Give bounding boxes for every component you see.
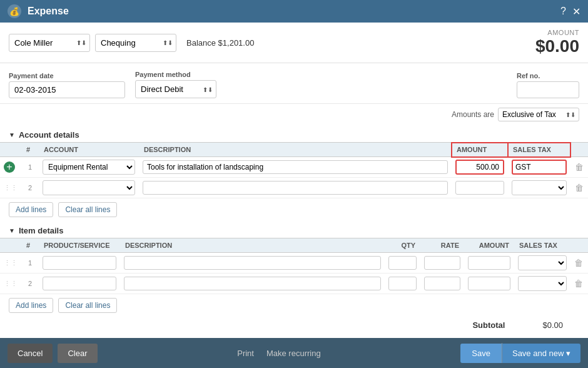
account-row1-trash: 🗑	[570, 157, 588, 178]
item-row1-rate	[420, 253, 464, 273]
account-row1-amount-input[interactable]	[455, 160, 504, 175]
footer: Cancel Clear Print Make recurring Save S…	[0, 338, 588, 368]
account-details-header[interactable]: ▼ Account details	[0, 125, 588, 142]
account-row2-sales-tax	[508, 178, 570, 198]
account-row1-num: 1	[21, 157, 39, 178]
item-row1-amount-input[interactable]	[468, 256, 510, 270]
payee-select[interactable]: Cole Miller	[9, 34, 90, 52]
item-details-header[interactable]: ▼ Item details	[0, 221, 588, 238]
item-table-actions: Add lines Clear all lines	[0, 294, 588, 317]
drag-handle[interactable]: ⋮⋮	[4, 280, 18, 287]
table-row: + 1 Equipment Rental GST	[0, 157, 588, 178]
account-row1-select[interactable]: Equipment Rental	[43, 160, 135, 175]
account-table-header: # ACCOUNT DESCRIPTION AMOUNT SALES TAX	[0, 143, 588, 157]
memo-section: Memo	[0, 332, 588, 338]
account-clear-lines-button[interactable]: Clear all lines	[58, 202, 117, 217]
item-row2-delete-button[interactable]: 🗑	[574, 279, 583, 289]
item-row2-qty-input[interactable]	[388, 277, 417, 290]
item-row2-rate-input[interactable]	[424, 277, 460, 290]
item-row2-product-input[interactable]	[43, 277, 116, 290]
account-col-description: DESCRIPTION	[139, 143, 452, 157]
item-row2-rate	[420, 273, 464, 294]
title-bar-right: ? ✕	[560, 6, 580, 18]
item-row1-desc-input[interactable]	[124, 256, 381, 270]
account-table: # ACCOUNT DESCRIPTION AMOUNT SALES TAX +…	[0, 142, 588, 198]
account-row2-desc-input[interactable]	[143, 181, 448, 195]
balance-label: Balance $1,201.00	[186, 38, 254, 48]
item-row1-drag: ⋮⋮	[0, 253, 21, 273]
item-col-rate: RATE	[420, 238, 464, 253]
item-row2-tax-select[interactable]	[518, 276, 567, 291]
item-row2-amount	[464, 273, 514, 294]
payment-date-group: Payment date	[9, 72, 125, 98]
item-clear-lines-button[interactable]: Clear all lines	[58, 298, 117, 313]
page-title: Expense	[28, 6, 69, 17]
cancel-button[interactable]: Cancel	[8, 344, 53, 363]
item-row1-rate-input[interactable]	[424, 256, 460, 270]
amounts-are-label: Amounts are	[452, 110, 494, 119]
account-row2-amount-input[interactable]	[455, 181, 504, 195]
ref-input[interactable]	[517, 81, 579, 98]
account-col-account: ACCOUNT	[39, 143, 139, 157]
account-add-lines-button[interactable]: Add lines	[9, 202, 53, 217]
amount-label: AMOUNT	[535, 29, 579, 36]
payment-method-select[interactable]: Direct Debit	[135, 80, 216, 98]
make-recurring-button[interactable]: Make recurring	[266, 349, 321, 358]
item-row1-tax-select[interactable]	[518, 255, 567, 270]
account-select-wrapper: Chequing ⬆⬇	[95, 34, 176, 52]
account-row1-delete-button[interactable]: 🗑	[575, 162, 584, 172]
account-row2-desc	[139, 178, 452, 198]
amount-block: AMOUNT $0.00	[535, 29, 579, 56]
item-row2-desc-input[interactable]	[124, 277, 381, 290]
save-group: Save Save and new ▾	[460, 343, 580, 363]
account-row2-select[interactable]	[43, 180, 135, 195]
payment-date-label: Payment date	[9, 72, 125, 79]
account-row2-tax-select[interactable]	[512, 180, 567, 195]
item-row1-qty-input[interactable]	[388, 256, 417, 270]
account-row2-trash: 🗑	[570, 178, 588, 198]
account-select[interactable]: Chequing	[95, 34, 176, 52]
payee-select-wrapper: Cole Miller ⬆⬇	[9, 34, 90, 52]
drag-handle[interactable]: ⋮⋮	[4, 259, 18, 267]
account-row1-desc-input[interactable]	[143, 160, 448, 174]
account-row1-tax-select[interactable]: GST	[512, 160, 567, 175]
account-row1-add: +	[0, 157, 21, 178]
payment-method-select-wrapper: Direct Debit ⬆⬇	[135, 80, 216, 98]
tax-type-wrapper: Exclusive of Tax ⬆⬇	[498, 108, 579, 121]
account-row1-desc	[139, 157, 452, 178]
payment-row: Payment date Payment method Direct Debit…	[0, 63, 588, 104]
account-row2-account	[39, 178, 139, 198]
payment-date-input[interactable]	[9, 81, 125, 98]
amount-value: $0.00	[535, 36, 579, 56]
item-section-arrow: ▼	[9, 227, 15, 234]
account-row2-num: 2	[21, 178, 39, 198]
print-button[interactable]: Print	[237, 349, 254, 358]
add-row-button[interactable]: +	[4, 161, 15, 173]
help-button[interactable]: ?	[560, 6, 566, 17]
item-row1-product-input[interactable]	[43, 256, 116, 270]
tax-type-select[interactable]: Exclusive of Tax	[498, 108, 579, 121]
item-row2-amount-input[interactable]	[468, 277, 510, 290]
subtotal-value: $0.00	[542, 320, 563, 330]
item-table: # PRODUCT/SERVICE DESCRIPTION QTY RATE A…	[0, 238, 588, 294]
account-row2-amount	[452, 178, 508, 198]
table-row: ⋮⋮ 2 🗑	[0, 178, 588, 198]
account-row1-amount	[452, 157, 508, 178]
account-row2-delete-button[interactable]: 🗑	[575, 183, 584, 193]
save-and-new-button[interactable]: Save and new ▾	[502, 344, 580, 363]
item-add-lines-button[interactable]: Add lines	[9, 298, 53, 313]
account-col-sales-tax: SALES TAX	[508, 143, 570, 157]
item-col-sales-tax: SALES TAX	[514, 238, 570, 253]
ref-group: Ref no.	[517, 72, 579, 98]
item-table-header: # PRODUCT/SERVICE DESCRIPTION QTY RATE A…	[0, 238, 588, 253]
item-row1-product	[39, 253, 120, 273]
item-row1-delete-button[interactable]: 🗑	[574, 258, 583, 268]
payment-method-group: Payment method Direct Debit ⬆⬇	[135, 71, 216, 98]
clear-button[interactable]: Clear	[58, 344, 97, 363]
account-table-actions: Add lines Clear all lines	[0, 198, 588, 221]
save-and-new-dropdown-icon: ▾	[566, 349, 570, 358]
drag-handle[interactable]: ⋮⋮	[4, 184, 18, 192]
title-bar-left: 💰 Expense	[8, 4, 69, 18]
save-button[interactable]: Save	[460, 344, 502, 363]
close-button[interactable]: ✕	[572, 6, 580, 18]
